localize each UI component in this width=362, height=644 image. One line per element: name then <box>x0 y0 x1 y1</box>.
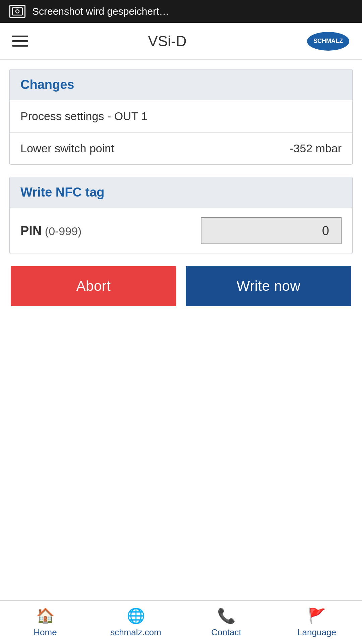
screenshot-icon <box>9 5 25 18</box>
phone-icon: 📞 <box>217 607 236 625</box>
pin-label: PIN (0-999) <box>20 224 201 238</box>
write-nfc-title: Write NFC tag <box>20 185 105 199</box>
write-nfc-header: Write NFC tag <box>10 177 352 208</box>
lower-switch-point-label: Lower switch point <box>20 142 290 155</box>
footer-home-label: Home <box>34 627 57 638</box>
footer-language[interactable]: 🚩 Language <box>272 601 362 644</box>
process-settings-label: Process settings - OUT 1 <box>20 110 342 123</box>
app-title: VSi-D <box>148 33 187 50</box>
app-header: VSi-D SCHMALZ <box>0 23 362 60</box>
action-buttons: Abort Write now <box>9 266 353 306</box>
pin-input[interactable] <box>201 217 342 244</box>
changes-title: Changes <box>20 77 74 92</box>
pin-range: (0-999) <box>45 225 82 237</box>
svg-text:SCHMALZ: SCHMALZ <box>313 38 343 44</box>
home-icon: 🏠 <box>36 607 55 625</box>
footer-nav: 🏠 Home 🌐 schmalz.com 📞 Contact 🚩 Languag… <box>0 600 362 644</box>
write-now-button[interactable]: Write now <box>186 266 351 306</box>
menu-button[interactable] <box>12 36 28 47</box>
svg-point-1 <box>16 10 19 13</box>
changes-row-process: Process settings - OUT 1 <box>10 100 352 132</box>
status-bar-text: Screenshot wird gespeichert… <box>32 6 169 17</box>
footer-home[interactable]: 🏠 Home <box>0 601 90 644</box>
svg-rect-2 <box>16 7 19 8</box>
footer-contact[interactable]: 📞 Contact <box>181 601 272 644</box>
globe-icon: 🌐 <box>127 607 145 625</box>
changes-header: Changes <box>10 69 352 100</box>
flag-icon: 🚩 <box>308 607 326 625</box>
main-content: Changes Process settings - OUT 1 Lower s… <box>0 60 362 316</box>
svg-rect-0 <box>12 8 22 15</box>
status-bar: Screenshot wird gespeichert… <box>0 0 362 23</box>
lower-switch-point-value: -352 mbar <box>290 142 342 155</box>
footer-contact-label: Contact <box>211 627 241 638</box>
changes-section: Changes Process settings - OUT 1 Lower s… <box>9 69 353 165</box>
footer-website[interactable]: 🌐 schmalz.com <box>90 601 181 644</box>
schmalz-logo: SCHMALZ <box>306 31 350 51</box>
footer-language-label: Language <box>297 627 336 638</box>
footer-website-label: schmalz.com <box>110 627 161 638</box>
abort-button[interactable]: Abort <box>11 266 176 306</box>
write-nfc-section: Write NFC tag PIN (0-999) <box>9 177 353 254</box>
changes-row-switch-point: Lower switch point -352 mbar <box>10 132 352 164</box>
pin-row: PIN (0-999) <box>10 208 352 254</box>
